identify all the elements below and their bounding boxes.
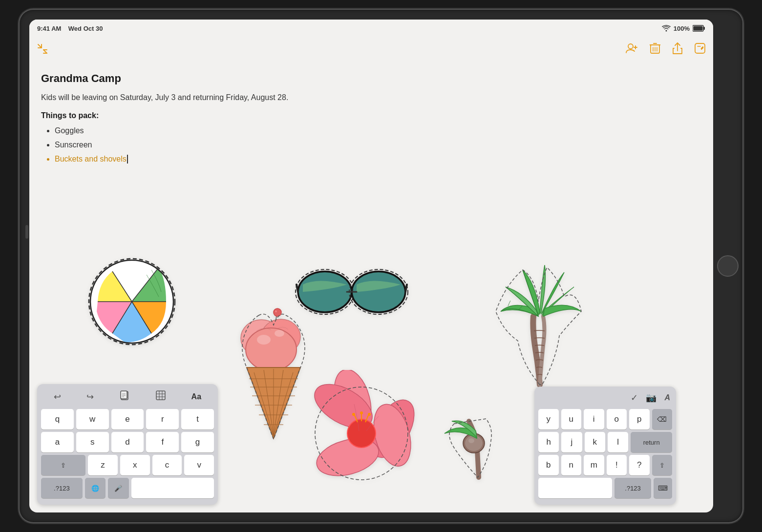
svg-rect-2 <box>694 26 703 31</box>
kb-row-r4: .?123 ⌨ <box>538 478 672 498</box>
svg-point-70 <box>465 435 483 451</box>
status-time-date: 9:41 AM Wed Oct 30 <box>37 25 103 32</box>
key-e[interactable]: e <box>111 409 144 430</box>
key-y[interactable]: y <box>538 409 559 430</box>
svg-line-36 <box>405 285 407 292</box>
key-s[interactable]: s <box>76 432 109 452</box>
key-q[interactable]: q <box>41 409 74 430</box>
format-icon[interactable]: Aa <box>191 392 201 401</box>
key-question[interactable]: ? <box>629 455 650 475</box>
list-item-2: Sunscreen <box>55 138 701 152</box>
key-m[interactable]: m <box>584 455 604 475</box>
svg-point-61 <box>348 420 375 447</box>
keyboard-left[interactable]: ↩ ↪ <box>37 384 218 505</box>
battery-percent: 100% <box>674 25 690 32</box>
key-z[interactable]: z <box>88 455 118 475</box>
svg-line-35 <box>296 285 298 292</box>
key-globe[interactable]: 🌐 <box>85 478 106 498</box>
note-list: Goggles Sunscreen Buckets and shovels <box>41 124 701 166</box>
key-n[interactable]: n <box>561 455 582 475</box>
undo-icon[interactable]: ↩ <box>54 391 61 402</box>
clipboard-icon[interactable] <box>119 390 130 403</box>
edit-icon[interactable] <box>695 43 705 57</box>
key-l[interactable]: l <box>608 432 628 452</box>
kb-row-r1: y u i o p ⌫ <box>538 409 672 430</box>
kb-left-toolbar: ↩ ↪ <box>41 388 214 405</box>
note-text-content: Grandma Camp Kids will be leaving on Sat… <box>29 62 713 171</box>
table-icon[interactable] <box>155 390 166 403</box>
key-p[interactable]: p <box>629 409 650 430</box>
status-icons: 100% <box>662 25 705 32</box>
key-k[interactable]: k <box>585 432 605 452</box>
svg-point-43 <box>275 330 284 337</box>
key-shift-right[interactable]: ⇧ <box>652 455 673 475</box>
status-bar: 9:41 AM Wed Oct 30 100% <box>29 20 713 37</box>
trash-icon[interactable] <box>650 42 660 57</box>
key-x[interactable]: x <box>120 455 150 475</box>
svg-line-6 <box>43 50 47 53</box>
wifi-icon <box>662 25 671 32</box>
svg-point-65 <box>352 413 355 416</box>
key-f[interactable]: f <box>146 432 179 452</box>
collapse-icon[interactable] <box>37 43 48 57</box>
home-button[interactable] <box>717 255 739 277</box>
key-o[interactable]: o <box>607 409 627 430</box>
svg-point-42 <box>257 335 271 345</box>
kb-row-r3: b n m ! ? ⇧ <box>538 455 672 475</box>
svg-point-63 <box>360 411 363 414</box>
key-r[interactable]: r <box>146 409 179 430</box>
palm-tree-2-sticker <box>435 346 542 482</box>
key-space-right[interactable] <box>538 478 612 498</box>
redo-icon[interactable]: ↪ <box>86 391 94 402</box>
key-space-left[interactable] <box>131 478 214 498</box>
svg-rect-1 <box>703 27 705 30</box>
key-mic[interactable]: 🎤 <box>108 478 128 498</box>
key-j[interactable]: j <box>561 432 582 452</box>
key-d[interactable]: d <box>111 432 144 452</box>
volume-button[interactable] <box>25 225 28 239</box>
svg-rect-73 <box>121 391 127 399</box>
list-item-3: Buckets and shovels <box>55 152 701 166</box>
note-area[interactable]: Grandma Camp Kids will be leaving on Sat… <box>29 62 713 512</box>
add-person-icon[interactable] <box>625 43 638 57</box>
key-shift-left[interactable]: ⇧ <box>41 455 85 475</box>
key-exclamation[interactable]: ! <box>607 455 627 475</box>
svg-point-27 <box>299 272 351 311</box>
toolbar-right <box>625 42 705 58</box>
svg-point-9 <box>628 44 633 49</box>
key-numbers-left[interactable]: .?123 <box>41 478 83 498</box>
list-item-1: Goggles <box>55 124 701 138</box>
notes-toolbar <box>29 37 713 62</box>
camera-icon[interactable]: 📷 <box>646 392 656 403</box>
toolbar-left <box>37 43 48 57</box>
svg-point-38 <box>275 310 277 312</box>
key-w[interactable]: w <box>76 409 109 430</box>
scribble-icon[interactable]: A <box>664 393 670 402</box>
key-b[interactable]: b <box>538 455 559 475</box>
key-delete[interactable]: ⌫ <box>652 409 673 430</box>
svg-point-37 <box>274 308 281 316</box>
key-return[interactable]: return <box>631 432 672 452</box>
share-icon[interactable] <box>672 42 683 58</box>
key-h[interactable]: h <box>538 432 559 452</box>
svg-line-3 <box>38 44 42 48</box>
hibiscus-sticker <box>303 370 420 497</box>
note-section-title: Things to pack: <box>41 111 701 120</box>
key-t[interactable]: t <box>181 409 214 430</box>
date: Wed Oct 30 <box>68 25 103 32</box>
svg-rect-77 <box>156 391 165 400</box>
checkmark-icon[interactable]: ✓ <box>631 392 638 403</box>
svg-point-71 <box>468 438 474 443</box>
key-i[interactable]: i <box>584 409 604 430</box>
key-a[interactable]: a <box>41 432 74 452</box>
kb-right-toolbar: ✓ 📷 A <box>538 390 672 405</box>
key-v[interactable]: v <box>184 455 214 475</box>
ipad-device: 9:41 AM Wed Oct 30 100% <box>20 10 742 522</box>
keyboard-right[interactable]: ✓ 📷 A y u i o p ⌫ h j k <box>534 387 676 505</box>
key-numbers-right[interactable]: .?123 <box>614 478 651 498</box>
key-g[interactable]: g <box>181 432 214 452</box>
key-keyboard-dismiss[interactable]: ⌨ <box>654 478 672 498</box>
svg-rect-18 <box>695 43 705 53</box>
key-u[interactable]: u <box>561 409 582 430</box>
key-c[interactable]: c <box>152 455 182 475</box>
